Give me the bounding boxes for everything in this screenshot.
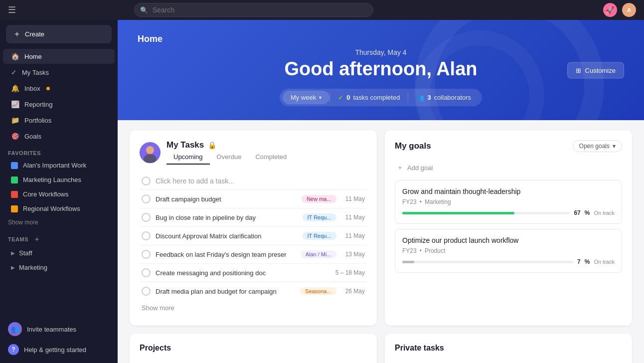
tasks-label: tasks completed: [353, 94, 400, 101]
goals-header: My goals Open goals ▾: [395, 140, 622, 152]
hero-greeting: Good afternoon, Alan: [138, 58, 624, 80]
progress-fill-0: [402, 212, 514, 214]
tasks-completed-stat[interactable]: ✓ 0 tasks completed: [330, 91, 408, 104]
task-tag-1[interactable]: IT Requ...: [303, 213, 336, 221]
progress-bar-wrap-1: [402, 261, 573, 263]
tab-upcoming[interactable]: Upcoming: [166, 150, 210, 165]
user-avatar[interactable]: A: [622, 3, 636, 17]
progress-fill-1: [402, 261, 414, 263]
goals-icon: 🎯: [11, 132, 19, 140]
create-label: Create: [25, 30, 44, 38]
tab-completed[interactable]: Completed: [248, 150, 294, 165]
goal-category-1: Product: [425, 247, 445, 254]
show-more-tasks-button[interactable]: Show more: [140, 300, 176, 316]
sidebar-item-goals[interactable]: 🎯 Goals: [3, 129, 115, 144]
sidebar-item-my-tasks[interactable]: ✓ My Tasks: [3, 65, 115, 80]
lock-icon: 🔒: [208, 141, 216, 149]
task-tag-3[interactable]: Alan / Mi...: [301, 250, 336, 258]
search-input[interactable]: [134, 3, 373, 17]
sidebar: ＋ Create 🏠 Home ✓ My Tasks 🔔 Inbox 📈 Rep…: [0, 20, 118, 363]
marketing-arrow-icon: ▶: [11, 265, 15, 270]
customize-label: Customize: [585, 66, 616, 74]
show-more-favorites[interactable]: Show more: [0, 216, 118, 229]
task-row-3: Feedback on last Friday's design team pr…: [140, 245, 367, 263]
sidebar-item-home[interactable]: 🏠 Home: [3, 49, 115, 64]
topbar-right: 🚀 A: [603, 3, 636, 17]
goal-period-1: FY23: [402, 247, 417, 254]
sidebar-label-my-tasks: My Tasks: [22, 69, 49, 76]
my-tasks-header: My Tasks 🔒 Upcoming Overdue Complete: [140, 140, 367, 165]
progress-pct-1: 7: [577, 258, 581, 265]
task-date-4: 5 – 18 May: [335, 269, 365, 276]
add-team-button[interactable]: ＋: [33, 235, 40, 244]
my-tasks-title-section: My Tasks 🔒 Upcoming Overdue Complete: [166, 140, 294, 165]
sidebar-item-inbox[interactable]: 🔔 Inbox: [3, 81, 115, 96]
collaborators-stat[interactable]: 👥 3 collaborators: [408, 91, 479, 104]
my-week-label: My week: [291, 94, 316, 101]
task-date-5: 26 May: [345, 288, 365, 295]
main-wrapper: Home Thursday, May 4 Good afternoon, Ala…: [118, 20, 644, 363]
task-check-3[interactable]: [142, 250, 151, 259]
create-button[interactable]: ＋ Create: [6, 25, 112, 43]
favorite-marketing-launches[interactable]: Marketing Launches: [3, 173, 115, 186]
add-task-row[interactable]: Click here to add a task...: [140, 173, 367, 189]
avatar-image: [140, 142, 161, 163]
sidebar-bottom: 👥 Invite teammates ? Help & getting star…: [0, 318, 118, 359]
invite-label: Invite teammates: [27, 326, 76, 333]
open-goals-button[interactable]: Open goals ▾: [573, 140, 622, 152]
invite-icon: 👥: [8, 322, 22, 336]
page-title: Home: [138, 34, 624, 44]
task-name-2: Discount Approval Matrix clarification: [156, 232, 298, 240]
invite-teammates-button[interactable]: 👥 Invite teammates: [0, 318, 118, 340]
favorites-section-header: Favorites: [0, 144, 118, 158]
my-tasks-tabs: Upcoming Overdue Completed: [166, 150, 294, 165]
sidebar-item-reporting[interactable]: 📈 Reporting: [3, 97, 115, 112]
task-check-2[interactable]: [142, 231, 151, 240]
tasks-count: 0: [346, 94, 350, 101]
bell-icon: 🔔: [11, 84, 19, 92]
task-name-5: Draft media plan and budget for campaign: [156, 288, 295, 295]
team-staff-label: Staff: [19, 249, 32, 257]
svg-point-1: [146, 146, 154, 154]
add-goal-label: Add goal: [407, 164, 433, 172]
menu-button[interactable]: ☰: [8, 4, 16, 15]
task-check-1[interactable]: [142, 213, 151, 222]
favorite-alans-work[interactable]: Alan's Important Work: [3, 159, 115, 172]
task-check-4[interactable]: [142, 268, 151, 277]
customize-button[interactable]: ⊞ Customize: [567, 62, 624, 78]
team-staff[interactable]: ▶ Staff: [3, 246, 115, 260]
task-row-5: Draft media plan and budget for campaign…: [140, 282, 367, 300]
add-task-circle: [142, 177, 151, 185]
task-check-0[interactable]: [142, 194, 151, 203]
teams-section-header: Teams ＋: [0, 229, 118, 246]
add-goal-row[interactable]: ＋ Add goal: [395, 159, 622, 176]
search-icon: 🔍: [140, 6, 148, 14]
check-icon: ✓: [11, 68, 17, 76]
task-tag-0[interactable]: New ma...: [302, 195, 336, 203]
task-tag-5[interactable]: Seasona...: [300, 287, 336, 295]
help-button[interactable]: ? Help & getting started: [0, 340, 118, 359]
sidebar-item-portfolios[interactable]: 📁 Portfolios: [3, 113, 115, 128]
hero-section: Home Thursday, May 4 Good afternoon, Ala…: [118, 20, 644, 120]
task-tag-2[interactable]: IT Requ...: [303, 232, 336, 240]
fav-label-marketing-launches: Marketing Launches: [23, 176, 81, 183]
tab-overdue[interactable]: Overdue: [210, 150, 249, 165]
my-week-stat[interactable]: My week ▾: [283, 91, 329, 104]
progress-bar-wrap-0: [402, 212, 570, 214]
rocket-icon-button[interactable]: 🚀: [603, 3, 617, 17]
favorite-core-workflows[interactable]: Core Workflows: [3, 187, 115, 201]
sidebar-label-portfolios: Portfolios: [24, 117, 51, 124]
task-check-5[interactable]: [142, 287, 151, 296]
fav-label-regional-workflows: Regional Workflows: [23, 205, 80, 212]
favorite-regional-workflows[interactable]: Regional Workflows: [3, 202, 115, 215]
progress-pct-0: 67: [574, 209, 580, 216]
tab-upcoming-label: Upcoming: [173, 153, 203, 161]
collaborators-icon: 👥: [416, 94, 424, 101]
team-marketing[interactable]: ▶ Marketing: [3, 261, 115, 274]
goal-category-0: Marketing: [425, 198, 451, 205]
add-task-placeholder: Click here to add a task...: [156, 177, 234, 185]
fav-icon-alans-work: [11, 162, 18, 169]
sidebar-label-goals: Goals: [24, 133, 41, 140]
task-row-0: Draft campaign budget New ma... 11 May: [140, 189, 367, 208]
fav-icon-core-workflows: [11, 191, 18, 198]
